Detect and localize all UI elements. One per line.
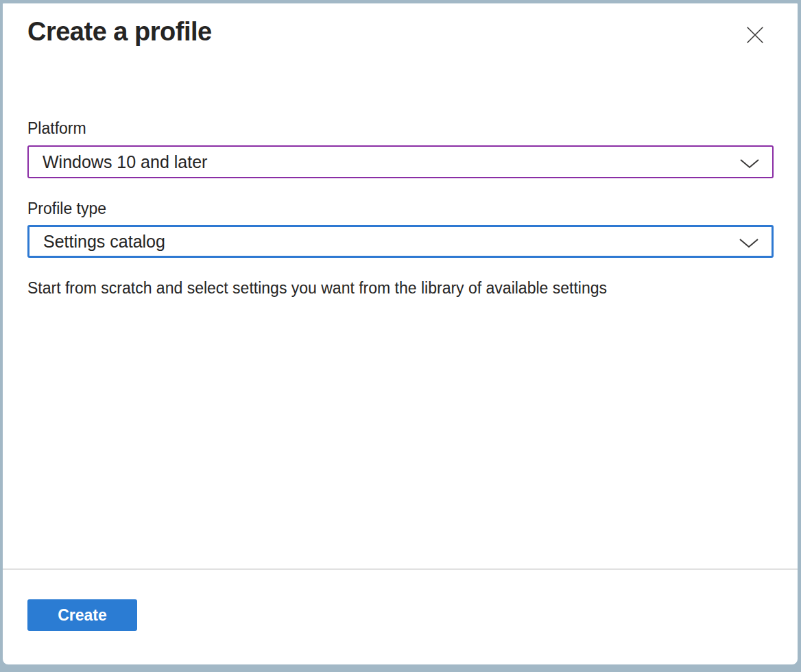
create-profile-dialog: Create a profile Platform Windows 10 and…: [3, 3, 798, 664]
platform-label: Platform: [27, 119, 86, 138]
chevron-down-icon: [739, 158, 760, 169]
create-button[interactable]: Create: [27, 599, 137, 631]
platform-dropdown-value: Windows 10 and later: [43, 152, 739, 172]
footer-divider: [3, 568, 798, 570]
page-title: Create a profile: [27, 17, 212, 47]
close-icon: [745, 25, 765, 45]
chevron-down-icon: [739, 238, 759, 248]
profile-type-dropdown-value: Settings catalog: [43, 232, 739, 252]
profile-type-label: Profile type: [27, 200, 106, 218]
profile-type-description: Start from scratch and select settings y…: [27, 279, 713, 298]
close-button[interactable]: [743, 23, 767, 47]
profile-type-dropdown[interactable]: Settings catalog: [27, 225, 774, 258]
platform-dropdown[interactable]: Windows 10 and later: [27, 145, 774, 178]
